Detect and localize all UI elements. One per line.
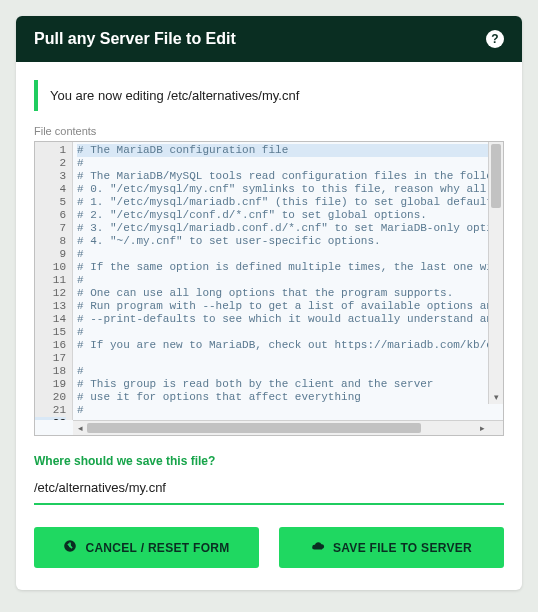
- code-line: #: [77, 248, 503, 261]
- line-number-gutter: 12345678910111213141516171819202122▾: [35, 142, 73, 420]
- line-number: 16: [35, 339, 66, 352]
- line-number: 8: [35, 235, 66, 248]
- code-line: # --print-defaults to see which it would…: [77, 313, 503, 326]
- line-number: 14: [35, 313, 66, 326]
- line-number: 6: [35, 209, 66, 222]
- code-line: # 2. "/etc/mysql/conf.d/*.cnf" to set gl…: [77, 209, 503, 222]
- code-line: # 0. "/etc/mysql/my.cnf" symlinks to thi…: [77, 183, 503, 196]
- line-number: 9: [35, 248, 66, 261]
- line-number: 22▾: [35, 417, 66, 420]
- save-path-input[interactable]: [34, 474, 504, 505]
- line-number: 17: [35, 352, 66, 365]
- line-number: 4: [35, 183, 66, 196]
- line-number: 19: [35, 378, 66, 391]
- scroll-left-arrow[interactable]: ◂: [73, 421, 87, 435]
- card-title: Pull any Server File to Edit: [34, 30, 236, 48]
- line-number: 10: [35, 261, 66, 274]
- vertical-scroll-thumb[interactable]: [491, 144, 501, 208]
- horizontal-scroll-thumb[interactable]: [87, 423, 421, 433]
- save-label: SAVE FILE TO SERVER: [333, 541, 472, 555]
- line-number: 11: [35, 274, 66, 287]
- code-line: #: [77, 404, 503, 417]
- editing-notice: You are now editing /etc/alternatives/my…: [34, 80, 504, 111]
- code-line: # 3. "/etc/mysql/mariadb.conf.d/*.cnf" t…: [77, 222, 503, 235]
- code-line: # If the same option is defined multiple…: [77, 261, 503, 274]
- help-icon[interactable]: ?: [486, 30, 504, 48]
- line-number: 1: [35, 144, 66, 157]
- cancel-label: CANCEL / RESET FORM: [85, 541, 229, 555]
- line-number: 20: [35, 391, 66, 404]
- code-line: #: [77, 326, 503, 339]
- line-number: 21: [35, 404, 66, 417]
- card-body: You are now editing /etc/alternatives/my…: [16, 62, 522, 590]
- code-line: # The MariaDB/MySQL tools read configura…: [77, 170, 503, 183]
- code-area[interactable]: # The MariaDB configuration file## The M…: [73, 142, 503, 420]
- code-line: [77, 352, 503, 365]
- save-path-label: Where should we save this file?: [34, 454, 504, 468]
- line-number: 12: [35, 287, 66, 300]
- scroll-right-arrow[interactable]: ▸: [475, 421, 489, 435]
- code-line: # 1. "/etc/mysql/mariadb.cnf" (this file…: [77, 196, 503, 209]
- cloud-upload-icon: [311, 539, 325, 556]
- line-number: 5: [35, 196, 66, 209]
- line-number: 7: [35, 222, 66, 235]
- line-number: 2: [35, 157, 66, 170]
- line-number: 15: [35, 326, 66, 339]
- cancel-button[interactable]: CANCEL / RESET FORM: [34, 527, 259, 568]
- horizontal-scrollbar[interactable]: ◂ ▸: [73, 420, 503, 435]
- code-line: # This group is read both by the client …: [77, 378, 503, 391]
- code-editor[interactable]: 12345678910111213141516171819202122▾ # T…: [34, 141, 504, 436]
- cancel-icon: [63, 539, 77, 556]
- vertical-scrollbar[interactable]: ▾: [488, 142, 503, 404]
- code-line: # If you are new to MariaDB, check out h…: [77, 339, 503, 352]
- code-line: #: [77, 274, 503, 287]
- editor-label: File contents: [34, 125, 504, 137]
- code-line: #: [77, 365, 503, 378]
- code-line: # use it for options that affect everyth…: [77, 391, 503, 404]
- line-number: 3: [35, 170, 66, 183]
- save-button[interactable]: SAVE FILE TO SERVER: [279, 527, 504, 568]
- line-number: 13: [35, 300, 66, 313]
- code-line: #: [77, 157, 503, 170]
- file-editor-card: Pull any Server File to Edit ? You are n…: [16, 16, 522, 590]
- code-line: # Run program with --help to get a list …: [77, 300, 503, 313]
- code-line: # One can use all long options that the …: [77, 287, 503, 300]
- code-line: # 4. "~/.my.cnf" to set user-specific op…: [77, 235, 503, 248]
- line-number: 18: [35, 365, 66, 378]
- scroll-down-arrow[interactable]: ▾: [489, 390, 503, 404]
- card-header: Pull any Server File to Edit ?: [16, 16, 522, 62]
- code-line: # The MariaDB configuration file: [77, 144, 503, 157]
